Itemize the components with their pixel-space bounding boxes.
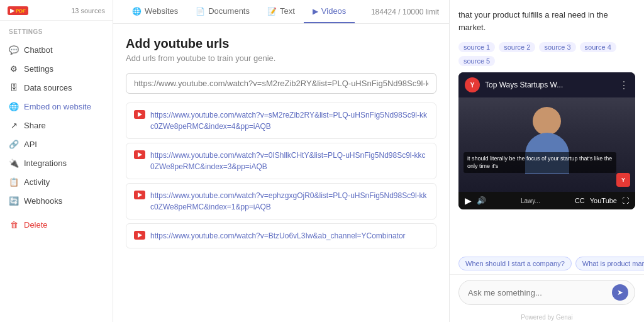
youtube-icon bbox=[134, 231, 145, 240]
sidebar-item-label: Settings bbox=[24, 64, 53, 74]
tabs-limit: 184424 / 10000 limit bbox=[371, 8, 439, 16]
url-text[interactable]: https://www.youtube.com/watch?v=sM2reZib… bbox=[150, 109, 428, 132]
suggestion-chip-1[interactable]: When should I start a company? bbox=[458, 257, 572, 270]
chat-input[interactable] bbox=[468, 288, 612, 297]
sidebar-nav: 💬 Chatbot ⚙ Settings 🗄 Data sources 🌐 Em… bbox=[0, 38, 113, 322]
video-title-area: Y Top Ways Startups W... bbox=[465, 77, 563, 92]
page-body: Add youtube urls Add urls from youtube t… bbox=[113, 24, 449, 322]
delete-icon: 🗑 bbox=[9, 219, 19, 230]
video-person bbox=[458, 97, 635, 192]
chat-input-area: ➤ bbox=[450, 274, 644, 311]
sidebar-item-label: API bbox=[24, 140, 37, 149]
videos-tab-icon: ▶ bbox=[313, 7, 318, 16]
main-content: 🌐 Websites 📄 Documents 📝 Text ▶ Videos 1… bbox=[113, 0, 449, 322]
source-link-1[interactable]: source 1 bbox=[458, 42, 495, 52]
yt-watermark: Y bbox=[616, 173, 630, 187]
sidebar-item-label: Share bbox=[24, 121, 46, 130]
sidebar-header: ▶PDF 13 sources bbox=[0, 0, 113, 21]
url-text[interactable]: https://www.youtube.com/watch?v=ephzgxgO… bbox=[150, 190, 428, 213]
fullscreen-button[interactable]: ⛶ bbox=[622, 197, 629, 204]
settings-icon: ⚙ bbox=[9, 64, 19, 74]
sidebar-item-settings[interactable]: ⚙ Settings bbox=[0, 59, 113, 78]
chat-input-row: ➤ bbox=[458, 280, 635, 305]
source-link-3[interactable]: source 3 bbox=[539, 42, 575, 52]
youtube-label: YouTube bbox=[590, 197, 617, 204]
embed-icon: 🌐 bbox=[9, 101, 19, 111]
video-more-button[interactable]: ⋮ bbox=[619, 79, 629, 91]
source-link-4[interactable]: source 4 bbox=[580, 42, 616, 52]
sidebar-item-api[interactable]: 🔗 API bbox=[0, 135, 113, 153]
activity-icon: 📋 bbox=[9, 177, 19, 187]
tab-websites[interactable]: 🌐 Websites bbox=[123, 0, 187, 23]
controls-left: ▶ 🔊 bbox=[465, 196, 486, 206]
logo-badge: ▶PDF bbox=[8, 6, 28, 15]
sidebar-item-label: Webhooks bbox=[24, 196, 62, 206]
sidebar-item-integrations[interactable]: 🔌 Integrations bbox=[0, 153, 113, 172]
page-title: Add youtube urls bbox=[126, 36, 436, 51]
source-link-5[interactable]: source 5 bbox=[458, 56, 495, 66]
suggestion-chip-2[interactable]: What is product market f bbox=[575, 257, 644, 270]
url-input-container bbox=[126, 73, 436, 94]
sidebar-item-data-sources[interactable]: 🗄 Data sources bbox=[0, 78, 113, 97]
url-list: https://www.youtube.com/watch?v=sM2reZib… bbox=[126, 103, 436, 251]
api-icon: 🔗 bbox=[9, 139, 19, 149]
tabs-list: 🌐 Websites 📄 Documents 📝 Text ▶ Videos bbox=[123, 0, 355, 23]
webhooks-icon: 🔄 bbox=[9, 196, 19, 206]
documents-tab-icon: 📄 bbox=[196, 7, 205, 16]
list-item: https://www.youtube.com/watch?v=0IShllkC… bbox=[126, 143, 436, 179]
source-links: source 1 source 2 source 3 source 4 sour… bbox=[458, 42, 635, 66]
youtube-logo: Y bbox=[465, 77, 480, 92]
controls-right: CC YouTube ⛶ bbox=[575, 197, 629, 204]
video-container: Y Top Ways Startups W... ⋮ it should lit… bbox=[458, 72, 635, 209]
play-button[interactable]: ▶ bbox=[465, 196, 472, 206]
video-title: Top Ways Startups W... bbox=[485, 80, 563, 89]
sidebar-item-activity[interactable]: 📋 Activity bbox=[0, 172, 113, 191]
share-icon: ↗ bbox=[9, 120, 19, 130]
settings-section-label: SETTINGS bbox=[0, 21, 113, 38]
youtube-icon bbox=[134, 191, 145, 199]
sidebar: ▶PDF 13 sources SETTINGS 💬 Chatbot ⚙ Set… bbox=[0, 0, 113, 322]
sidebar-item-delete[interactable]: 🗑 Delete bbox=[0, 215, 113, 234]
url-text[interactable]: https://www.youtube.com/watch?v=BtzUo6vL… bbox=[150, 230, 406, 242]
sources-count: 13 sources bbox=[71, 7, 105, 14]
sidebar-item-share[interactable]: ↗ Share bbox=[0, 116, 113, 135]
subtitles-button[interactable]: CC bbox=[575, 197, 585, 204]
sidebar-item-webhooks[interactable]: 🔄 Webhooks bbox=[0, 191, 113, 210]
person-head bbox=[533, 107, 561, 135]
sidebar-item-embed[interactable]: 🌐 Embed on website bbox=[0, 97, 113, 116]
list-item: https://www.youtube.com/watch?v=sM2reZib… bbox=[126, 103, 436, 139]
sidebar-item-label: Activity bbox=[24, 177, 50, 187]
url-text[interactable]: https://www.youtube.com/watch?v=0IShllkC… bbox=[150, 150, 428, 172]
volume-button[interactable]: 🔊 bbox=[477, 196, 486, 205]
text-tab-icon: 📝 bbox=[267, 7, 277, 16]
suggestion-chips: When should I start a company? What is p… bbox=[450, 253, 644, 274]
tab-documents[interactable]: 📄 Documents bbox=[187, 0, 258, 23]
websites-tab-icon: 🌐 bbox=[132, 7, 142, 16]
sidebar-item-label: Data sources bbox=[24, 83, 72, 92]
channel-name: Lawy... bbox=[521, 197, 540, 204]
list-item: https://www.youtube.com/watch?v=BtzUo6vL… bbox=[126, 223, 436, 248]
tabs-bar: 🌐 Websites 📄 Documents 📝 Text ▶ Videos 1… bbox=[113, 0, 449, 24]
chatbot-icon: 💬 bbox=[9, 45, 19, 55]
tab-videos[interactable]: ▶ Videos bbox=[304, 0, 355, 23]
youtube-icon bbox=[134, 150, 145, 159]
sidebar-item-label: Chatbot bbox=[24, 45, 53, 55]
tab-text[interactable]: 📝 Text bbox=[258, 0, 304, 23]
chat-message: that your product fulfills a real need i… bbox=[458, 9, 635, 33]
send-button[interactable]: ➤ bbox=[612, 284, 628, 301]
video-header: Y Top Ways Startups W... ⋮ bbox=[458, 72, 635, 97]
video-controls: ▶ 🔊 Lawy... CC YouTube ⛶ bbox=[458, 192, 635, 209]
source-link-2[interactable]: source 2 bbox=[499, 42, 535, 52]
list-item: https://www.youtube.com/watch?v=ephzgxgO… bbox=[126, 183, 436, 219]
integrations-icon: 🔌 bbox=[9, 158, 19, 168]
powered-by: Powered by Genai bbox=[450, 311, 644, 322]
sidebar-item-label: Embed on website bbox=[24, 102, 91, 111]
video-overlay-text: it should literally be the focus of your… bbox=[464, 152, 616, 173]
url-input[interactable] bbox=[134, 79, 428, 88]
youtube-icon bbox=[134, 110, 145, 119]
page-subtitle: Add urls from youtube to train your geni… bbox=[126, 53, 436, 63]
sidebar-logo: ▶PDF bbox=[8, 6, 28, 15]
video-thumbnail[interactable]: it should literally be the focus of your… bbox=[458, 97, 635, 192]
sidebar-delete-label: Delete bbox=[24, 220, 48, 230]
sidebar-item-chatbot[interactable]: 💬 Chatbot bbox=[0, 40, 113, 59]
